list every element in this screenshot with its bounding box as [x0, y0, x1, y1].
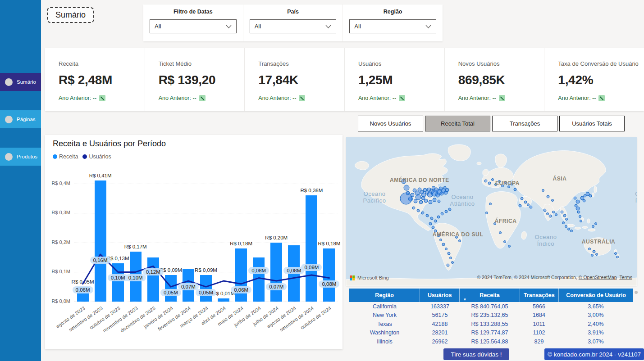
- map-bubble[interactable]: [411, 193, 414, 197]
- map-bubble[interactable]: [499, 232, 502, 234]
- sidebar-item-produtos[interactable]: Produtos: [0, 148, 41, 166]
- map-bubble[interactable]: [421, 212, 424, 214]
- map-bubble[interactable]: [591, 254, 594, 257]
- sidebar-item-paginas[interactable]: Páginas: [0, 110, 41, 128]
- help-button[interactable]: Tire suas dúvidas !: [443, 348, 509, 360]
- map-bubble[interactable]: [542, 190, 544, 192]
- map-bubble[interactable]: [416, 194, 421, 200]
- map-bubble[interactable]: [508, 245, 511, 248]
- map-bubble[interactable]: [583, 199, 585, 202]
- date-filter-select[interactable]: All: [150, 19, 237, 33]
- map-bubble[interactable]: [419, 200, 423, 204]
- map-bubble[interactable]: [429, 200, 432, 204]
- map-bubble[interactable]: [530, 206, 532, 208]
- map-bubble[interactable]: [424, 199, 428, 203]
- map-bubble[interactable]: [527, 204, 530, 206]
- map-bubble[interactable]: [563, 214, 566, 217]
- map-bubble[interactable]: [521, 197, 523, 200]
- map-bubble[interactable]: [421, 196, 425, 200]
- map-bubble[interactable]: [579, 216, 581, 218]
- map-bubble[interactable]: [561, 211, 563, 213]
- column-header-receita[interactable]: Receita▼: [459, 289, 519, 302]
- map-bubble[interactable]: [450, 257, 452, 259]
- table-row-illinois[interactable]: Illinois26962R$ 125.564,888293,07%: [349, 337, 633, 346]
- map-bubble[interactable]: [452, 262, 454, 264]
- map-bubble[interactable]: [417, 209, 420, 212]
- map-bubble[interactable]: [589, 194, 592, 197]
- map-bubble[interactable]: [408, 197, 413, 201]
- toggle-transacoes[interactable]: Transações: [492, 116, 557, 131]
- map-bubble[interactable]: [574, 197, 576, 199]
- map-bubble[interactable]: [514, 188, 516, 191]
- map-bubble[interactable]: [448, 208, 451, 211]
- map-bubble[interactable]: [555, 214, 557, 216]
- map-bubble[interactable]: [445, 188, 449, 192]
- column-header-regiao[interactable]: Região: [349, 289, 420, 302]
- map-bubble[interactable]: [432, 226, 434, 229]
- map-bubble[interactable]: [412, 207, 415, 209]
- openstreetmap-link[interactable]: © OpenStreetMap: [579, 275, 617, 280]
- toggle-usuarios-totais[interactable]: Usuários Totais: [559, 116, 625, 131]
- map-bubble[interactable]: [524, 201, 527, 203]
- map-bubble[interactable]: [437, 216, 440, 218]
- toggle-novos-usuarios[interactable]: Novos Usuários: [358, 116, 423, 131]
- map-bubble[interactable]: [595, 223, 597, 225]
- region-filter-select[interactable]: All: [349, 19, 436, 33]
- column-header-conversao-de-usuario[interactable]: Conversão de Usuário: [558, 289, 633, 302]
- sidebar-item-sumario[interactable]: Sumário: [0, 73, 41, 91]
- map-bubble[interactable]: [447, 264, 449, 266]
- map-bubble[interactable]: [448, 252, 450, 255]
- column-header-transacoes[interactable]: Transações: [520, 289, 558, 302]
- map-bubble[interactable]: [430, 217, 433, 220]
- toggle-receita-total[interactable]: Receita Total: [425, 116, 490, 131]
- map-bubble[interactable]: [440, 239, 442, 241]
- table-scrollbar[interactable]: [635, 291, 638, 294]
- map-bubble[interactable]: [562, 222, 565, 224]
- map-bubble[interactable]: [580, 220, 582, 222]
- map-bubble[interactable]: [489, 203, 492, 205]
- map-bubble[interactable]: [434, 220, 437, 222]
- map-bubble[interactable]: [519, 204, 521, 207]
- map-bubble[interactable]: [492, 179, 494, 181]
- map-bubble[interactable]: [486, 212, 488, 214]
- map-bubble[interactable]: [406, 191, 410, 195]
- map-bubble[interactable]: [549, 215, 552, 217]
- map-bubble[interactable]: [459, 240, 461, 242]
- map-bubble[interactable]: [547, 213, 549, 215]
- table-row-california[interactable]: California163337R$ 840.764,0559663,65%: [349, 302, 633, 311]
- column-header-usuarios[interactable]: Usuários: [420, 289, 459, 302]
- map-bubble[interactable]: [593, 250, 595, 253]
- map-bubble[interactable]: [615, 253, 617, 255]
- table-row-washington[interactable]: Washington28201R$ 129.774,8711023,91%: [349, 329, 633, 338]
- map-bubble[interactable]: [441, 212, 443, 215]
- terms-link[interactable]: Terms: [619, 275, 632, 280]
- country-filter-select[interactable]: All: [250, 19, 337, 33]
- map-bubble[interactable]: [576, 200, 580, 203]
- map-bubble[interactable]: [429, 222, 432, 225]
- map-bubble[interactable]: [589, 248, 591, 250]
- table-row-texas[interactable]: Texas42188R$ 133.288,5510112,40%: [349, 320, 633, 329]
- map-bubble[interactable]: [577, 211, 580, 213]
- map-bubble[interactable]: [553, 211, 555, 213]
- map-bubble[interactable]: [552, 199, 554, 202]
- map-bubble[interactable]: [596, 253, 598, 256]
- map-bubble[interactable]: [544, 209, 546, 212]
- map-bubble[interactable]: [576, 207, 580, 210]
- map-bubble[interactable]: [433, 198, 436, 202]
- map-bubble[interactable]: [488, 182, 491, 185]
- map-bubble[interactable]: [568, 228, 570, 230]
- map-bubble[interactable]: [547, 195, 549, 198]
- map-bubble[interactable]: [565, 226, 567, 228]
- table-row-new-york[interactable]: New York56175R$ 235.132,6516843,00%: [349, 311, 633, 320]
- map-bubble[interactable]: [592, 226, 594, 228]
- map-bubble[interactable]: [484, 180, 487, 182]
- map-bubble[interactable]: [442, 243, 445, 246]
- map-bubble[interactable]: [404, 185, 409, 190]
- map-bubble[interactable]: [566, 218, 568, 221]
- map-bubble[interactable]: [438, 200, 440, 203]
- map-bubble[interactable]: [426, 214, 429, 217]
- map-bubble[interactable]: [445, 210, 448, 213]
- map-bubble[interactable]: [571, 230, 573, 232]
- map-bubble[interactable]: [445, 248, 448, 250]
- map-bubble[interactable]: [504, 241, 506, 243]
